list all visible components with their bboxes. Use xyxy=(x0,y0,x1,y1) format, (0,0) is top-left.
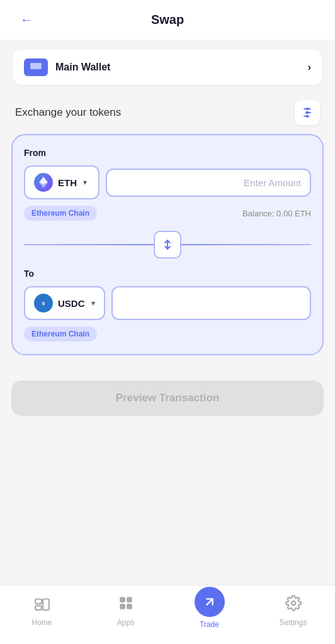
swap-direction-button[interactable] xyxy=(154,231,181,258)
svg-rect-15 xyxy=(127,597,132,602)
nav-item-apps[interactable]: Apps xyxy=(101,595,151,627)
svg-point-19 xyxy=(291,601,295,606)
to-token-row: $ USDC ▾ xyxy=(24,286,311,320)
to-amount-input[interactable] xyxy=(111,286,311,320)
wallet-left: Main Wallet xyxy=(24,58,110,76)
apps-icon xyxy=(118,595,134,615)
page-title: Swap xyxy=(151,13,184,27)
swap-card: From ETH ▾ Ethereum Chain Balance: 0.00 … xyxy=(11,134,324,355)
home-nav-label: Home xyxy=(31,618,52,627)
to-token-name: USDC xyxy=(58,298,85,309)
svg-rect-16 xyxy=(120,604,125,609)
to-token-chevron-icon: ▾ xyxy=(91,299,95,308)
nav-item-home[interactable]: Home xyxy=(17,595,67,627)
svg-rect-14 xyxy=(120,597,125,602)
to-label: To xyxy=(24,269,311,279)
bottom-navigation: Home Apps Trade Setting xyxy=(0,585,335,644)
wallet-chevron-icon: › xyxy=(308,62,311,73)
nav-item-trade[interactable]: Trade xyxy=(185,593,235,629)
svg-rect-11 xyxy=(35,599,42,604)
apps-nav-label: Apps xyxy=(117,618,134,627)
from-token-chevron-icon: ▾ xyxy=(83,178,87,187)
from-chain-badge: Ethereum Chain xyxy=(24,206,97,221)
from-amount-input[interactable] xyxy=(106,169,311,197)
wallet-name: Main Wallet xyxy=(55,62,110,73)
from-label: From xyxy=(24,148,311,158)
to-token-selector[interactable]: $ USDC ▾ xyxy=(24,286,105,320)
exchange-header: Exchange your tokens xyxy=(0,95,335,134)
svg-text:$: $ xyxy=(42,301,45,306)
swap-divider xyxy=(24,231,311,258)
from-token-row: ETH ▾ xyxy=(24,165,311,199)
svg-line-18 xyxy=(207,599,212,604)
back-button[interactable]: ← xyxy=(15,9,38,31)
wallet-selector[interactable]: Main Wallet › xyxy=(13,50,322,85)
header: ← Swap xyxy=(0,0,335,40)
usdc-icon: $ xyxy=(34,294,53,313)
preview-transaction-button[interactable]: Preview Transaction xyxy=(11,380,324,416)
from-balance: Balance: 0.00 ETH xyxy=(242,209,311,218)
exchange-label: Exchange your tokens xyxy=(15,106,121,119)
svg-rect-12 xyxy=(35,606,42,610)
home-icon xyxy=(34,595,50,615)
from-token-name: ETH xyxy=(58,177,77,188)
nav-item-settings[interactable]: Settings xyxy=(268,595,319,627)
trade-nav-label: Trade xyxy=(200,620,219,629)
svg-rect-17 xyxy=(127,604,132,609)
to-chain-row: Ethereum Chain xyxy=(24,326,311,341)
svg-rect-13 xyxy=(43,599,49,610)
wallet-icon xyxy=(24,58,48,76)
settings-icon xyxy=(285,595,302,615)
exchange-settings-button[interactable] xyxy=(295,100,320,125)
eth-icon xyxy=(34,173,53,192)
to-chain-badge: Ethereum Chain xyxy=(24,326,97,341)
from-token-selector[interactable]: ETH ▾ xyxy=(24,165,99,199)
settings-nav-label: Settings xyxy=(280,618,307,627)
trade-icon xyxy=(195,587,225,617)
from-chain-balance-row: Ethereum Chain Balance: 0.00 ETH xyxy=(24,206,311,221)
